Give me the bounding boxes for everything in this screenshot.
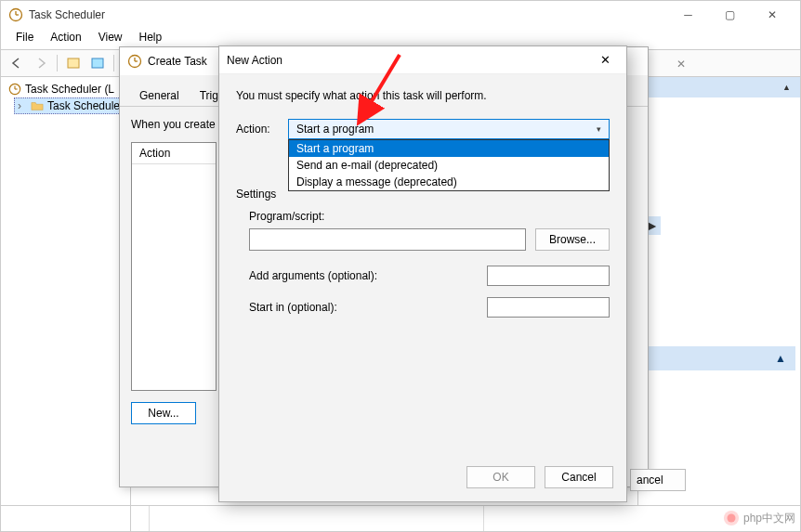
main-title: Task Scheduler xyxy=(29,8,667,21)
actions-list-header: Action xyxy=(132,143,216,164)
task-scheduler-icon xyxy=(8,7,23,22)
close-icon[interactable]: ✕ xyxy=(669,55,693,73)
actions-panel-header-2[interactable]: ▲ xyxy=(638,346,795,370)
program-script-label: Program/script: xyxy=(249,210,610,223)
svg-rect-3 xyxy=(68,58,79,68)
new-action-titlebar: New Action ✕ xyxy=(219,46,626,74)
svg-point-15 xyxy=(727,514,735,523)
program-script-input[interactable] xyxy=(249,228,526,251)
actions-panel: ▲ ▲ xyxy=(637,77,800,505)
startin-input[interactable] xyxy=(487,297,610,318)
menu-file[interactable]: File xyxy=(8,29,41,49)
actions-panel-header[interactable]: ▲ xyxy=(638,77,800,97)
action-selected-value: Start a program xyxy=(296,123,374,136)
main-titlebar: Task Scheduler ─ ▢ ✕ xyxy=(1,1,800,29)
create-task-title: Create Task xyxy=(148,55,207,68)
toolbar-separator xyxy=(113,55,114,71)
dropdown-option-display-message[interactable]: Display a message (deprecated) xyxy=(289,174,609,190)
new-action-title: New Action xyxy=(227,54,282,67)
actions-list[interactable]: Action xyxy=(131,142,217,391)
toolbar-create-basic-task-icon[interactable] xyxy=(63,53,84,73)
dropdown-option-send-email[interactable]: Send an e-mail (deprecated) xyxy=(289,157,609,174)
clock-icon xyxy=(127,54,142,69)
folder-icon xyxy=(31,99,44,112)
tree-root[interactable]: Task Scheduler (L xyxy=(5,81,126,97)
toolbar-separator xyxy=(57,55,58,71)
arguments-input[interactable] xyxy=(487,266,610,286)
chevron-down-icon: ▾ xyxy=(597,124,601,134)
maximize-button[interactable]: ▢ xyxy=(709,2,751,28)
action-label: Action: xyxy=(236,123,288,136)
browse-button[interactable]: Browse... xyxy=(535,228,610,251)
new-button[interactable]: New... xyxy=(131,402,196,424)
close-button[interactable]: ✕ xyxy=(751,2,793,28)
collapse-arrow-icon: ▲ xyxy=(782,83,791,92)
dropdown-option-start-program[interactable]: Start a program xyxy=(289,140,609,157)
watermark-text: php中文网 xyxy=(743,511,795,526)
back-button[interactable] xyxy=(7,53,27,73)
tree-child-label: Task Schedule xyxy=(47,99,120,112)
status-bar xyxy=(1,505,800,531)
php-icon xyxy=(723,510,740,526)
close-button[interactable]: ✕ xyxy=(591,53,619,67)
minimize-button[interactable]: ─ xyxy=(667,2,709,28)
startin-label: Start in (optional): xyxy=(249,301,487,314)
tree-child[interactable]: › Task Schedule xyxy=(14,97,126,114)
action-select[interactable]: Start a program ▾ Start a program Send a… xyxy=(288,119,610,139)
instruction-text: You must specify what action this task w… xyxy=(236,89,610,102)
tree-root-label: Task Scheduler (L xyxy=(25,83,114,96)
watermark: php中文网 xyxy=(723,510,795,526)
cancel-label: ancel xyxy=(637,474,663,487)
tree-panel: Task Scheduler (L › Task Schedule xyxy=(1,77,131,531)
menu-action[interactable]: Action xyxy=(43,29,88,49)
toolbar-refresh-icon[interactable] xyxy=(87,53,108,73)
clock-icon xyxy=(8,83,21,96)
arguments-label: Add arguments (optional): xyxy=(249,269,487,282)
cancel-button[interactable]: Cancel xyxy=(545,466,613,488)
action-dropdown: Start a program Send an e-mail (deprecat… xyxy=(288,139,610,191)
cancel-button-peek[interactable]: ancel xyxy=(630,469,686,491)
new-action-dialog: New Action ✕ You must specify what actio… xyxy=(218,45,627,502)
status-segment xyxy=(1,506,150,531)
tab-general[interactable]: General xyxy=(129,84,190,106)
forward-button[interactable] xyxy=(31,53,51,73)
ok-button[interactable]: OK xyxy=(466,466,535,488)
collapse-arrow-icon: ▲ xyxy=(775,352,786,365)
expand-icon[interactable]: › xyxy=(18,99,27,112)
svg-rect-4 xyxy=(92,58,103,68)
status-segment xyxy=(150,506,484,531)
